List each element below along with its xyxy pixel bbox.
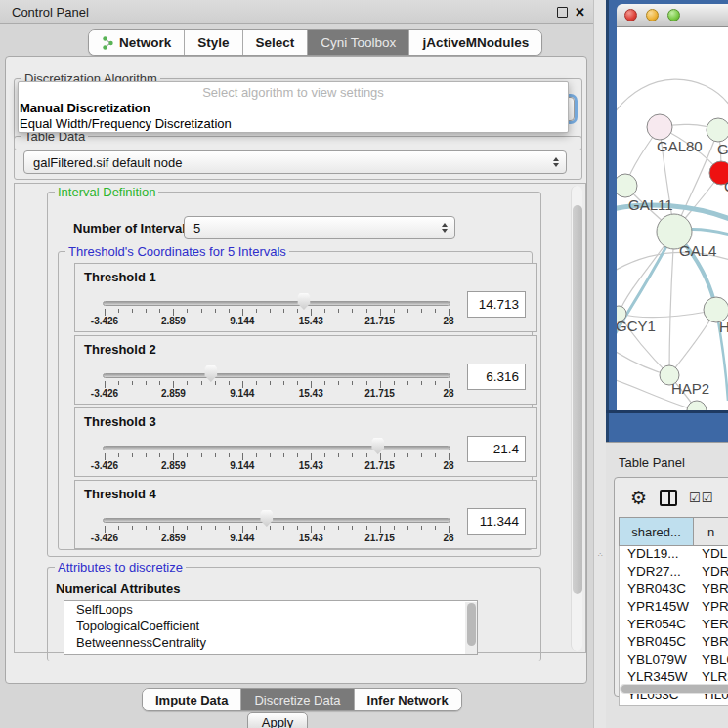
attribute-list-item[interactable]: BetweennessCentrality (64, 634, 477, 651)
panel-scrollbar[interactable] (571, 186, 582, 651)
settings-scroll-area: Interval Definition Number of Intervals … (14, 183, 586, 653)
threshold-label: Threshold 4 (84, 487, 156, 501)
slider-thumb[interactable] (296, 293, 311, 310)
network-node-label: GAL4 (679, 242, 716, 259)
network-node[interactable] (617, 174, 637, 197)
numerical-attributes-label: Numerical Attributes (56, 581, 180, 596)
network-node[interactable] (687, 401, 707, 410)
numerical-attributes-list: SelfLoopsTopologicalCoefficientBetweenne… (64, 600, 478, 655)
table-cell: YPR1 (694, 599, 728, 617)
control-panel-titlebar: Control Panel ✕ (0, 0, 593, 24)
table-panel-region: Table Panel ⚙ ☑☑ shared... n YDL19...YDL… (606, 442, 728, 728)
threshold-value-field[interactable]: 11.344 (467, 508, 526, 535)
threshold-value-field[interactable]: 14.713 (467, 291, 526, 318)
list-scrollbar[interactable] (465, 602, 477, 655)
column-header-name[interactable]: n (694, 518, 728, 545)
group-label: Interval Definition (55, 185, 158, 199)
window-edge (606, 0, 609, 442)
top-tab-bar: Network Style Select Cyni Toolbox jActiv… (88, 29, 542, 56)
tab-impute-data[interactable]: Impute Data (143, 689, 241, 710)
attribute-list-item[interactable]: SelfLoops (64, 601, 477, 618)
tab-select[interactable]: Select (243, 30, 309, 55)
network-window-titlebar[interactable] (617, 4, 728, 27)
network-canvas[interactable]: GAL80GCGAL11GAL4HGCY1HAP2 (617, 27, 728, 410)
slider-track[interactable] (103, 518, 450, 523)
threshold-label: Threshold 2 (84, 342, 156, 357)
slider-tick-labels: -3.4262.8599.14415.4321.71528 (105, 388, 449, 400)
tick-label: 2.859 (161, 533, 186, 543)
tab-label: Network (119, 35, 171, 50)
bottom-tab-bar: Impute Data Discretize Data Infer Networ… (142, 688, 462, 711)
tick-label: -3.426 (91, 460, 118, 471)
tab-label: jActiveMNodules (422, 35, 529, 50)
tab-cyni-toolbox[interactable]: Cyni Toolbox (308, 30, 409, 55)
tick-label: -3.426 (91, 316, 118, 326)
split-divider[interactable]: ∴ (593, 0, 606, 728)
tab-network[interactable]: Network (89, 30, 185, 55)
network-node[interactable] (647, 114, 672, 140)
gear-icon[interactable]: ⚙ (630, 487, 647, 509)
table-cell: YDL19... (620, 546, 694, 564)
threshold-value-field[interactable]: 6.316 (467, 364, 526, 390)
float-window-icon[interactable] (557, 7, 568, 18)
network-node-label: HAP2 (671, 380, 709, 397)
slider-track[interactable] (103, 301, 450, 306)
network-node-label: H (719, 319, 728, 335)
threshold-label: Threshold 3 (84, 414, 156, 429)
checkbox-icons[interactable]: ☑☑ (689, 491, 713, 505)
tick-label: 28 (443, 388, 453, 399)
slider-track[interactable] (103, 446, 450, 450)
popup-option-equal-width[interactable]: Equal Width/Frequency Discretization (19, 115, 568, 131)
number-of-intervals-combobox[interactable]: 5 (184, 216, 455, 239)
table-row[interactable]: YER054CYER0 (620, 617, 728, 634)
table-row[interactable]: YPR145WYPR1 (620, 599, 728, 617)
apply-button[interactable]: Apply (247, 712, 308, 728)
network-node-label: GAL11 (628, 196, 673, 213)
minimize-traffic-light-icon[interactable] (646, 9, 659, 21)
slider-thumb[interactable] (370, 438, 385, 454)
tick-label: 21.715 (364, 533, 395, 543)
tick-label: 21.715 (364, 388, 395, 399)
number-of-intervals-label: Number of Intervals (73, 221, 193, 236)
table-hscrollbar[interactable] (620, 684, 728, 694)
table-row[interactable]: YDR27...YDR2 (620, 564, 728, 581)
close-traffic-light-icon[interactable] (624, 9, 637, 21)
table-panel-title: Table Panel (619, 455, 685, 470)
columns-icon[interactable] (660, 490, 677, 506)
tick-label: 28 (443, 316, 453, 326)
stepper-arrows-icon (553, 151, 559, 173)
table-data-combobox[interactable]: galFiltered.sif default node (23, 150, 567, 174)
tick-label: 15.43 (299, 316, 323, 326)
attribute-list-item[interactable]: TopologicalCoefficient (64, 618, 477, 634)
tick-label: -3.426 (91, 533, 118, 543)
table-row[interactable]: YBR045CYBR0 (620, 634, 728, 652)
table-row[interactable]: YDL19...YDL1 (620, 546, 728, 564)
slider-thumb[interactable] (203, 365, 218, 382)
tick-label: 9.144 (230, 316, 254, 326)
tab-discretize-data[interactable]: Discretize Data (241, 689, 354, 710)
threshold-label: Threshold 1 (84, 270, 156, 284)
popup-option-manual[interactable]: Manual Discretization (19, 100, 568, 115)
table-cell: YBR045C (620, 634, 694, 652)
close-icon[interactable]: ✕ (575, 7, 585, 18)
tab-style[interactable]: Style (185, 30, 242, 55)
slider-tick-labels: -3.4262.8599.14415.4321.71528 (105, 316, 449, 327)
zoom-traffic-light-icon[interactable] (667, 9, 680, 21)
threshold-value-field[interactable]: 21.4 (467, 436, 526, 462)
divider-grip-icon[interactable]: ∴ (598, 553, 602, 561)
tab-jactivemnodules[interactable]: jActiveMNodules (409, 30, 541, 55)
node-table: shared... n YDL19...YDL1YDR27...YDR2YBR0… (619, 517, 728, 706)
slider-thumb[interactable] (259, 510, 274, 527)
tick-label: 15.43 (299, 533, 323, 543)
column-header-shared[interactable]: shared... (620, 518, 694, 545)
table-row[interactable]: YBR043CYBR0 (620, 581, 728, 599)
tab-infer-network[interactable]: Infer Network (355, 689, 461, 710)
table-body: YDL19...YDL1YDR27...YDR2YBR043CYBR0YPR14… (619, 546, 728, 706)
network-node[interactable] (707, 118, 728, 142)
table-data-value: galFiltered.sif default node (33, 155, 182, 170)
table-cell: YDL1 (694, 546, 728, 564)
table-row[interactable]: YBL079WYBL0 (620, 652, 728, 669)
network-icon (102, 36, 114, 50)
slider-track[interactable] (103, 373, 450, 378)
table-cell: YPR145W (620, 599, 694, 617)
